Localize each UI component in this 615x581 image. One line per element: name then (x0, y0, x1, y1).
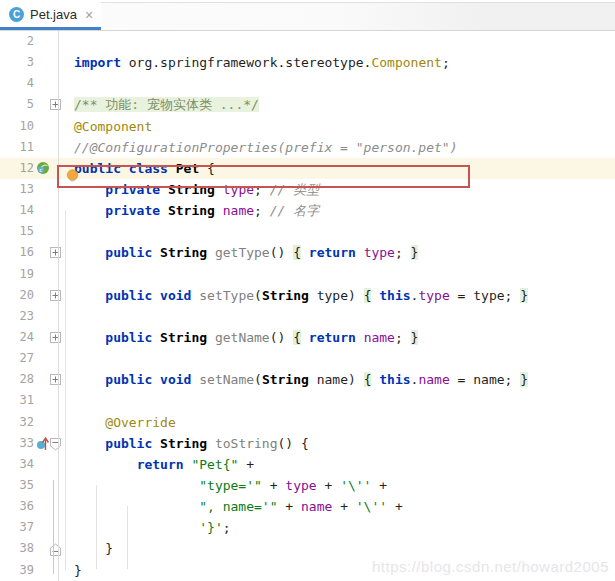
code-token: + (317, 478, 340, 493)
editor-tab-bar: C Pet.java × (0, 0, 615, 31)
code-token: class (129, 161, 168, 176)
code-token: // 名字 (270, 203, 319, 218)
fold-slot (50, 137, 68, 158)
line-number[interactable]: 15 (0, 221, 34, 242)
line-number[interactable]: 3 (0, 52, 34, 73)
line-number[interactable]: 24 (0, 327, 34, 348)
line-number[interactable]: 19 (0, 264, 34, 285)
override-method-icon[interactable] (36, 433, 50, 454)
code-text[interactable]: public String getName() { return name; } (68, 327, 615, 348)
code-text[interactable] (68, 73, 615, 94)
line-number[interactable]: 36 (0, 496, 34, 517)
code-text[interactable]: public void setType(String type) { this.… (68, 285, 615, 306)
code-text[interactable]: @Component (68, 116, 615, 137)
code-token: () (270, 330, 293, 345)
code-text[interactable] (68, 306, 615, 327)
code-text[interactable]: public String getType() { return type; } (68, 242, 615, 263)
code-line: 35 "type='" + type + '\'' + (0, 475, 615, 496)
line-number[interactable]: 2 (0, 31, 34, 52)
code-line: 28 public void setName(String name) { th… (0, 369, 615, 390)
intention-bulb-icon[interactable] (66, 169, 79, 182)
code-token: /** 功能: 宠物实体类 ...*/ (74, 97, 259, 112)
code-text[interactable]: '}'; (68, 517, 615, 538)
close-icon[interactable]: × (85, 8, 93, 22)
code-token: "Pet{" (191, 457, 238, 472)
line-number[interactable]: 34 (0, 454, 34, 475)
gutter-icon-slot (36, 454, 50, 475)
spring-bean-icon[interactable]: c (36, 158, 50, 179)
editor-window: C Pet.java × 23import org.springframewor… (0, 0, 615, 581)
code-text[interactable]: @Override (68, 412, 615, 433)
line-number[interactable]: 10 (0, 116, 34, 137)
gutter-icon-slot (36, 264, 50, 285)
line-number[interactable]: 4 (0, 73, 34, 94)
gutter-icon-slot (36, 496, 50, 517)
line-number[interactable]: 12 (0, 158, 34, 179)
code-text[interactable]: private String type; // 类型 (68, 179, 615, 200)
gutter-icon-slot (36, 73, 50, 94)
line-number[interactable]: 32 (0, 412, 34, 433)
gutter-icon-slot (36, 369, 50, 390)
indent-guide (65, 210, 66, 570)
code-text[interactable]: public void setName(String name) { this.… (68, 369, 615, 390)
code-text[interactable]: private String name; // 名字 (68, 200, 615, 221)
tab-pet-java[interactable]: C Pet.java × (0, 2, 101, 30)
code-token: public (74, 161, 121, 176)
code-text[interactable]: return "Pet{" + (68, 454, 615, 475)
code-text[interactable]: //@ConfigurationProperties(prefix = "per… (68, 137, 615, 158)
code-text[interactable]: } (68, 538, 615, 559)
gutter-icon-slot (36, 390, 50, 411)
code-text[interactable]: public String toString() { (68, 433, 615, 454)
line-number[interactable]: 5 (0, 94, 34, 115)
line-number[interactable]: 23 (0, 306, 34, 327)
code-token: ; (395, 245, 411, 260)
code-text[interactable] (68, 348, 615, 369)
line-number[interactable]: 20 (0, 285, 34, 306)
code-text[interactable]: ", name='" + name + '\'' + (68, 496, 615, 517)
line-number[interactable]: 16 (0, 242, 34, 263)
code-line: 15 (0, 221, 615, 242)
code-text[interactable]: /** 功能: 宠物实体类 ...*/ (68, 94, 615, 115)
code-line: 19 (0, 264, 615, 285)
code-line: 16 public String getType() { return type… (0, 242, 615, 263)
code-token: '\'' (340, 478, 371, 493)
gutter-icon-slot (36, 306, 50, 327)
code-token: type (418, 288, 449, 303)
line-number[interactable]: 38 (0, 538, 34, 559)
line-number[interactable]: 13 (0, 179, 34, 200)
code-text[interactable] (68, 390, 615, 411)
line-number[interactable]: 11 (0, 137, 34, 158)
line-number[interactable]: 27 (0, 348, 34, 369)
line-number[interactable]: 33 (0, 433, 34, 454)
code-line: 34 return "Pet{" + (0, 454, 615, 475)
code-token (160, 203, 168, 218)
code-line: 4 (0, 73, 615, 94)
code-text[interactable] (68, 264, 615, 285)
gutter-icon-slot (36, 116, 50, 137)
code-token: getType (215, 245, 270, 260)
code-text[interactable]: import org.springframework.stereotype.Co… (68, 52, 615, 73)
fold-slot (50, 179, 68, 200)
code-token (215, 203, 223, 218)
code-token (356, 245, 364, 260)
code-text[interactable] (68, 221, 615, 242)
code-token: } (520, 288, 528, 303)
line-number[interactable]: 31 (0, 390, 34, 411)
code-token (160, 182, 168, 197)
code-text[interactable]: "type='" + type + '\'' + (68, 475, 615, 496)
code-token: String (262, 372, 309, 387)
line-number[interactable]: 14 (0, 200, 34, 221)
gutter-icon-slot (36, 179, 50, 200)
line-number[interactable]: 37 (0, 517, 34, 538)
line-number[interactable]: 28 (0, 369, 34, 390)
code-token: name (364, 330, 395, 345)
code-text[interactable] (68, 31, 615, 52)
line-number[interactable]: 39 (0, 560, 34, 581)
code-token: ; (254, 182, 270, 197)
code-token: { (293, 245, 301, 260)
watermark: https://blog.csdn.net/howard2005 (372, 558, 609, 575)
fold-icon[interactable] (50, 94, 68, 115)
code-token: + (387, 499, 403, 514)
line-number[interactable]: 35 (0, 475, 34, 496)
code-text[interactable]: public class Pet { (68, 158, 615, 179)
